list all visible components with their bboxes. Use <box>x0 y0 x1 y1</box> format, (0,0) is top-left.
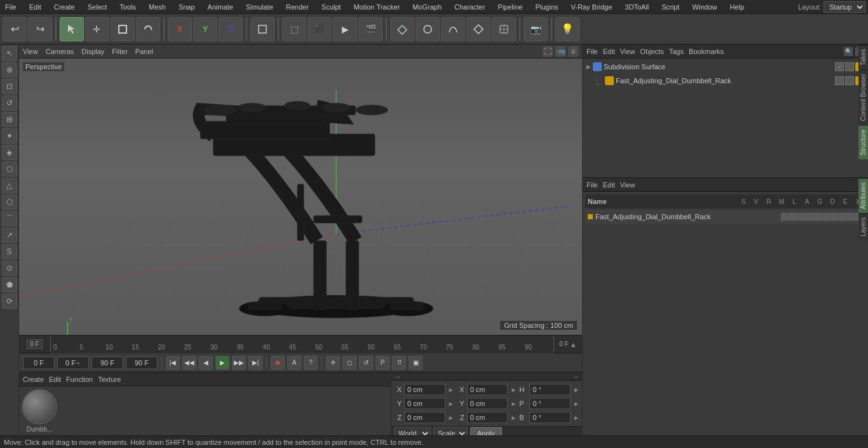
tool-15[interactable]: ⬟ <box>2 277 17 292</box>
menu-snap[interactable]: Snap <box>176 2 198 12</box>
coord-b-angle[interactable]: 0 ° <box>529 412 571 423</box>
render-to-picture-button[interactable]: 🎬 <box>358 17 383 41</box>
axis-y-button[interactable]: Y <box>193 17 217 41</box>
tool-9[interactable]: △ <box>2 178 17 193</box>
cycle-button[interactable]: P <box>376 356 390 370</box>
apply-button[interactable]: Apply <box>470 427 502 435</box>
axis-x-button[interactable]: X <box>168 17 192 41</box>
menu-select[interactable]: Select <box>85 2 110 12</box>
structure-tab[interactable]: Structure <box>858 125 868 160</box>
menu-mograph[interactable]: MoGraph <box>410 2 444 12</box>
attr-edit[interactable]: Edit <box>603 181 615 189</box>
attr-file[interactable]: File <box>587 181 598 189</box>
menu-window[interactable]: Window <box>689 2 719 12</box>
attr-icon-6[interactable] <box>822 213 830 221</box>
attr-dumbbell-row[interactable]: Fast_Adjusting_Dial_Dumbbell_Rack <box>585 210 865 224</box>
menu-vray[interactable]: V-Ray Bridge <box>569 2 615 12</box>
record-button[interactable]: ⏺ <box>271 356 285 370</box>
om-dumbbell-render[interactable] <box>845 76 854 85</box>
om-bookmarks[interactable]: Bookmarks <box>689 48 724 55</box>
menu-pipeline[interactable]: Pipeline <box>495 2 525 12</box>
material-swatch[interactable]: Dumbb... <box>22 389 57 433</box>
menu-create[interactable]: Create <box>51 2 78 12</box>
move-tool-button[interactable]: ✛ <box>85 17 109 41</box>
coord-h-angle[interactable]: 0 ° <box>529 384 571 395</box>
om-search-icon[interactable]: 🔍 <box>844 47 853 56</box>
coord-z-scale[interactable]: 0 cm <box>467 412 508 423</box>
coord-z-pos[interactable]: 0 cm <box>404 412 445 423</box>
camera-button[interactable]: 📷 <box>524 17 548 41</box>
tool-8[interactable]: ⬡ <box>2 161 17 177</box>
attr-icon-5[interactable] <box>814 213 822 221</box>
step-forward-button[interactable]: ▶▶ <box>232 356 246 370</box>
render-button[interactable]: ▶ <box>333 17 357 41</box>
play-forward-button[interactable]: ▶ <box>215 356 229 370</box>
om-edit[interactable]: Edit <box>603 48 615 55</box>
om-file[interactable]: File <box>587 48 598 55</box>
coord-x-scale[interactable]: 0 cm <box>467 384 508 395</box>
cameras-menu[interactable]: Cameras <box>46 48 74 55</box>
coord-y-pos[interactable]: 0 cm <box>404 398 445 409</box>
current-frame-field[interactable]: 0 F ▲ <box>57 356 89 369</box>
menu-3dtoall[interactable]: 3DToAll <box>622 2 651 12</box>
undo-button[interactable]: ↩ <box>3 17 27 41</box>
coord-x-pos[interactable]: 0 cm <box>404 384 445 395</box>
menu-file[interactable]: File <box>3 2 19 12</box>
motion-button[interactable]: ↺ <box>359 356 373 370</box>
attributes-tab[interactable]: Attributes <box>858 178 868 213</box>
auto-key-button[interactable]: A <box>287 356 301 370</box>
viewport-camera[interactable]: 📹 <box>555 46 566 57</box>
tool-5[interactable]: ⊞ <box>2 112 17 127</box>
menu-sculpt[interactable]: Sculpt <box>319 2 344 12</box>
attr-icon-3[interactable] <box>797 213 805 221</box>
tool-11[interactable]: ⌒ <box>2 211 17 226</box>
timeline-track[interactable]: 0 5 10 15 20 25 30 35 40 45 50 55 60 65 <box>51 336 553 353</box>
extrude-button[interactable] <box>466 17 491 41</box>
attr-icon-9[interactable] <box>847 213 855 221</box>
end-frame-field-2[interactable]: 90 F <box>126 356 158 369</box>
mat-create[interactable]: Create <box>23 376 44 383</box>
takes-tab[interactable]: Takes <box>858 44 868 69</box>
attr-view[interactable]: View <box>620 181 635 189</box>
tool-6[interactable]: ✦ <box>2 128 17 144</box>
filter-menu[interactable]: Filter <box>112 48 127 55</box>
om-dumbbell-vis[interactable] <box>835 76 844 85</box>
help-button[interactable]: ? <box>304 356 318 370</box>
tool-4[interactable]: ↺ <box>2 95 17 111</box>
attr-icon-1[interactable] <box>781 213 789 221</box>
world-select[interactable]: World Object Local <box>394 427 431 435</box>
floor-button[interactable] <box>390 17 414 41</box>
tool-13[interactable]: S <box>2 244 17 259</box>
grid-button[interactable]: ⠿ <box>392 356 406 370</box>
snap-button[interactable]: ✛ <box>326 356 340 370</box>
frame-chevron[interactable]: ▲ <box>570 341 577 348</box>
om-view[interactable]: View <box>620 48 635 55</box>
attr-icon-7[interactable] <box>831 213 838 221</box>
menu-tools[interactable]: Tools <box>117 2 139 12</box>
render-region-button[interactable]: ⬚ <box>282 17 306 41</box>
coord-p-angle[interactable]: 0 ° <box>529 398 571 409</box>
render-viewport-button[interactable]: ⬛ <box>308 17 332 41</box>
start-frame-field[interactable]: 0 F <box>23 356 55 369</box>
attr-icon-8[interactable] <box>839 213 846 221</box>
step-back-button[interactable]: ◀◀ <box>182 356 196 370</box>
rotate-tool-button[interactable] <box>136 17 160 41</box>
axis-z-button[interactable]: Z <box>219 17 243 41</box>
menu-character[interactable]: Character <box>452 2 487 12</box>
view-menu[interactable]: View <box>23 48 38 55</box>
end-frame-field-1[interactable]: 90 F <box>92 356 123 369</box>
preview-button[interactable]: ▣ <box>409 356 423 370</box>
mat-edit[interactable]: Edit <box>49 376 61 383</box>
mat-texture[interactable]: Texture <box>98 376 121 383</box>
tool-12[interactable]: ↗ <box>2 227 17 243</box>
goto-end-button[interactable]: ▶| <box>248 356 262 370</box>
om-objects[interactable]: Objects <box>640 48 663 55</box>
goto-start-button[interactable]: |◀ <box>166 356 180 370</box>
tool-14[interactable]: ⊙ <box>2 261 17 276</box>
tool-move[interactable]: ↖ <box>2 46 17 61</box>
tool-16[interactable]: ⟳ <box>2 294 17 309</box>
content-browser-tab[interactable]: Content Browser <box>858 69 868 125</box>
scale-select[interactable]: Scale Size <box>433 427 468 435</box>
menu-plugins[interactable]: Plugins <box>532 2 560 12</box>
om-render-toggle[interactable] <box>845 62 854 71</box>
